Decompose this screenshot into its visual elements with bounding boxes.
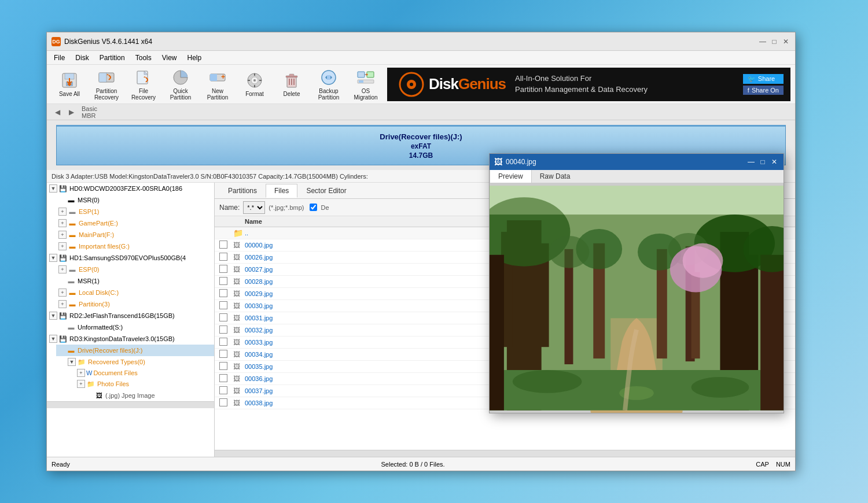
tree-photo-files[interactable]: + 📁 Photo Files xyxy=(75,378,214,390)
preview-maximize-button[interactable]: □ xyxy=(758,157,767,167)
new-partition-button[interactable]: + New Partition xyxy=(200,68,236,101)
format-button[interactable]: Format xyxy=(237,68,273,101)
tree-rd3[interactable]: ▼ 💾 RD3:KingstonDataTraveler3.0(15GB) xyxy=(47,333,214,345)
file-recovery-button[interactable]: File Recovery xyxy=(126,68,161,101)
tree-recovered-types[interactable]: ▼ 📁 Recovered Types(0) xyxy=(65,356,214,368)
facebook-share-button[interactable]: f Share On xyxy=(743,86,784,95)
tree-localdisk[interactable]: + ▬ Local Disk(C:) xyxy=(56,287,214,298)
disk-icon-hd0: 💾 xyxy=(58,184,68,193)
delete-button[interactable]: Delete xyxy=(274,68,310,101)
quick-partition-button[interactable]: Quick Partition xyxy=(163,68,198,101)
tree-mainpart[interactable]: + ▬ MainPart(F:) xyxy=(56,229,214,241)
twitter-icon: 🐦 xyxy=(748,75,756,83)
backup-partition-button[interactable]: Backup Partition xyxy=(311,68,347,101)
file-check-0[interactable] xyxy=(219,241,227,249)
expand-rd3[interactable]: ▼ xyxy=(49,335,57,343)
os-migration-button[interactable]: OS Migration xyxy=(348,68,384,101)
tree-hd1[interactable]: ▼ 💾 HD1:SamsungSSD970EVOPlus500GB(4 xyxy=(47,252,214,264)
expand-partition3[interactable]: + xyxy=(58,300,67,308)
expand-photo-files[interactable]: + xyxy=(77,380,85,388)
tree-gamepart[interactable]: + ▬ GamePart(E:) xyxy=(56,217,214,229)
nav-forward-button[interactable]: ▶ xyxy=(65,106,77,118)
app-title: DiskGenius V5.4.6.1441 x64 xyxy=(64,38,152,46)
tree-jpeg-image[interactable]: 🖼 (.jpg) Jpeg Image xyxy=(84,390,214,401)
tree-esp1[interactable]: + ▬ ESP(1) xyxy=(56,206,214,217)
quick-partition-label: Quick Partition xyxy=(165,88,196,101)
left-panel-scrollbar[interactable] xyxy=(47,401,214,408)
tree-hd0[interactable]: ▼ 💾 HD0:WDCWD2003FZEX-00SRLA0(186 xyxy=(47,183,214,194)
tree-importantfiles[interactable]: + ▬ Important files(G:) xyxy=(56,241,214,252)
expand-localdisk[interactable]: + xyxy=(58,289,67,297)
partition-recovery-button[interactable]: Partition Recovery xyxy=(89,68,124,101)
file-check-12[interactable] xyxy=(219,386,227,394)
close-button[interactable]: ✕ xyxy=(781,37,790,46)
tree-unformatted[interactable]: ▬ Unformatted(S:) xyxy=(56,321,214,333)
tree-rd2-label: RD2:JetFlashTranscend16GB(15GB) xyxy=(69,312,175,319)
menu-bar: File Disk Partition Tools View Help xyxy=(47,51,795,65)
twitter-share-button[interactable]: 🐦 Share xyxy=(743,74,784,84)
expand-esp0[interactable]: + xyxy=(58,265,67,273)
banner-logo: DiskGenius xyxy=(429,75,506,93)
file-check-1[interactable] xyxy=(219,253,227,261)
expand-recovered-types[interactable]: ▼ xyxy=(68,358,76,366)
expand-document-files[interactable]: + xyxy=(77,369,85,377)
expand-mainpart[interactable]: + xyxy=(58,231,67,239)
tab-partitions[interactable]: Partitions xyxy=(219,184,266,198)
file-check-2[interactable] xyxy=(219,265,227,273)
file-check-4[interactable] xyxy=(219,289,227,297)
file-icon-10: 🖼 xyxy=(233,363,245,371)
file-check-6[interactable] xyxy=(219,313,227,321)
tree-msr0-label: MSR(0) xyxy=(78,197,100,204)
filter-name-input[interactable]: *.* xyxy=(243,201,265,214)
tree-document-files[interactable]: + W Document Files xyxy=(75,368,214,378)
disk-icon-rd2: 💾 xyxy=(58,311,68,320)
file-check-3[interactable] xyxy=(219,277,227,285)
file-check-10[interactable] xyxy=(219,362,227,370)
partition-icon-unformatted: ▬ xyxy=(67,323,76,332)
preview-tab-preview[interactable]: Preview xyxy=(490,170,532,183)
preview-close-button[interactable]: ✕ xyxy=(770,157,779,167)
menu-disk[interactable]: Disk xyxy=(71,53,93,63)
status-right: Selected: 0 B / 0 Files. xyxy=(381,461,445,468)
maximize-button[interactable]: □ xyxy=(770,37,779,46)
svg-rect-24 xyxy=(358,72,365,77)
tree-partition3[interactable]: + ▬ Partition(3) xyxy=(56,298,214,310)
drive-filesystem: exFAT xyxy=(411,142,431,150)
tree-unformatted-label: Unformatted(S:) xyxy=(78,324,123,331)
expand-gamepart[interactable]: + xyxy=(58,219,67,227)
tree-msr1[interactable]: ▬ MSR(1) xyxy=(56,275,214,287)
menu-tools[interactable]: Tools xyxy=(131,53,156,63)
expand-rd2[interactable]: ▼ xyxy=(49,312,57,320)
expand-hd0[interactable]: ▼ xyxy=(49,184,57,193)
preview-tab-raw-data[interactable]: Raw Data xyxy=(532,170,579,183)
svg-rect-58 xyxy=(490,186,784,214)
filter-checkbox[interactable] xyxy=(310,204,317,211)
tree-esp0-label: ESP(0) xyxy=(79,266,99,273)
file-check-13[interactable] xyxy=(219,398,227,406)
app-icon: DG xyxy=(52,37,61,46)
right-panel-scrollbar-h[interactable] xyxy=(215,450,795,457)
minimize-button[interactable]: — xyxy=(758,37,767,46)
tree-msr0[interactable]: ▬ MSR(0) xyxy=(56,194,214,206)
menu-help[interactable]: Help xyxy=(183,53,207,63)
menu-file[interactable]: File xyxy=(49,53,69,63)
file-check-8[interactable] xyxy=(219,338,227,346)
file-check-7[interactable] xyxy=(219,326,227,334)
expand-importantfiles[interactable]: + xyxy=(58,242,67,250)
tab-sector-editor[interactable]: Sector Editor xyxy=(297,184,355,198)
tab-files[interactable]: Files xyxy=(266,184,297,198)
nav-back-button[interactable]: ◀ xyxy=(52,106,63,118)
expand-esp1[interactable]: + xyxy=(58,208,67,216)
preview-minimize-button[interactable]: — xyxy=(746,157,756,167)
file-check-9[interactable] xyxy=(219,350,227,358)
menu-partition[interactable]: Partition xyxy=(95,53,130,63)
tree-rd2[interactable]: ▼ 💾 RD2:JetFlashTranscend16GB(15GB) xyxy=(47,310,214,321)
file-check-11[interactable] xyxy=(219,374,227,382)
file-check-5[interactable] xyxy=(219,301,227,309)
save-all-button[interactable]: Save All xyxy=(52,68,87,101)
expand-hd1[interactable]: ▼ xyxy=(49,254,57,262)
tree-mainpart-label: MainPart(F:) xyxy=(79,231,114,238)
tree-drive-j[interactable]: ▬ Drive(Recover files)(J:) xyxy=(56,345,214,356)
tree-esp0[interactable]: + ▬ ESP(0) xyxy=(56,264,214,275)
menu-view[interactable]: View xyxy=(157,53,182,63)
